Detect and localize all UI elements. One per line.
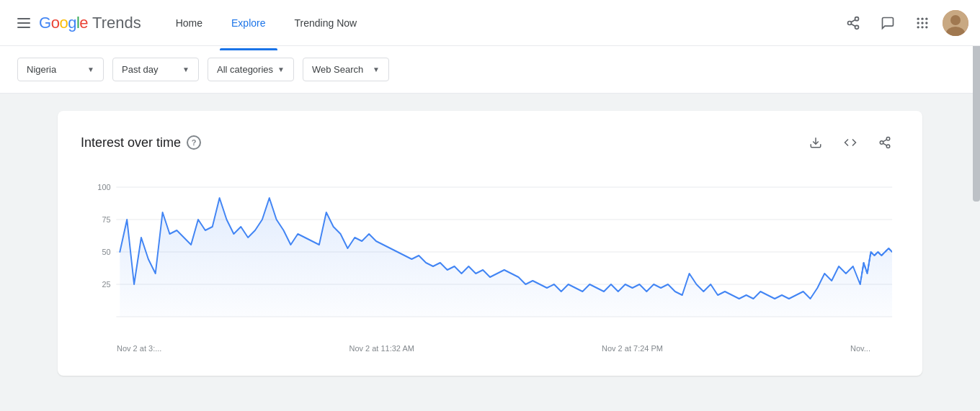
- svg-point-11: [917, 22, 919, 24]
- download-button[interactable]: [801, 128, 830, 157]
- hamburger-menu-button[interactable]: [12, 12, 36, 34]
- svg-line-24: [883, 143, 886, 145]
- time-filter[interactable]: Past day ▼: [112, 58, 199, 81]
- google-trends-logo[interactable]: Google Trends: [39, 14, 141, 32]
- svg-rect-0: [17, 18, 30, 19]
- svg-rect-2: [17, 27, 30, 28]
- nav-home[interactable]: Home: [164, 12, 214, 35]
- country-filter-label: Nigeria: [27, 64, 56, 75]
- time-filter-label: Past day: [122, 64, 159, 75]
- chart-container: 100 75 50 25: [81, 180, 899, 353]
- svg-text:50: 50: [102, 248, 110, 256]
- search-type-filter-arrow: ▼: [373, 66, 380, 73]
- x-label-2: Nov 2 at 11:32 AM: [349, 344, 414, 353]
- svg-point-14: [917, 26, 919, 28]
- logo-trends-text: Trends: [92, 14, 141, 32]
- main-content: Interest over time ?: [0, 94, 980, 411]
- search-type-filter[interactable]: Web Search ▼: [303, 58, 389, 81]
- chart-header: Interest over time ?: [81, 128, 899, 157]
- svg-rect-1: [17, 22, 30, 24]
- svg-point-3: [855, 17, 859, 20]
- svg-line-7: [851, 19, 855, 22]
- feedback-button[interactable]: [873, 9, 902, 37]
- interest-chart: 100 75 50 25: [81, 180, 899, 338]
- svg-point-10: [925, 17, 927, 19]
- main-nav: Home Explore Trending Now: [164, 12, 839, 35]
- chart-title-group: Interest over time ?: [81, 135, 201, 150]
- category-filter-label: All categories: [217, 64, 273, 75]
- x-label-4: Nov...: [850, 344, 870, 353]
- nav-explore[interactable]: Explore: [220, 12, 277, 35]
- svg-point-13: [925, 22, 927, 24]
- embed-button[interactable]: [836, 128, 865, 157]
- chart-actions: [801, 128, 899, 157]
- svg-line-6: [851, 24, 855, 26]
- user-avatar[interactable]: [943, 10, 968, 36]
- svg-point-21: [886, 137, 890, 141]
- x-label-1: Nov 2 at 3:...: [117, 344, 161, 353]
- header-actions: [839, 9, 968, 37]
- nav-trending-now[interactable]: Trending Now: [283, 12, 369, 35]
- scrollbar-track[interactable]: [973, 0, 980, 411]
- svg-text:75: 75: [102, 215, 110, 224]
- x-label-3: Nov 2 at 7:24 PM: [602, 344, 663, 353]
- svg-text:100: 100: [97, 183, 110, 191]
- search-type-filter-label: Web Search: [312, 64, 363, 75]
- chart-title: Interest over time: [81, 135, 181, 150]
- svg-point-16: [925, 26, 927, 28]
- svg-point-23: [886, 145, 890, 148]
- interest-over-time-card: Interest over time ?: [58, 111, 922, 376]
- help-icon[interactable]: ?: [187, 135, 201, 150]
- time-filter-arrow: ▼: [182, 66, 190, 73]
- svg-point-15: [921, 26, 923, 28]
- country-filter-arrow: ▼: [87, 66, 94, 73]
- svg-text:25: 25: [102, 280, 110, 289]
- chart-share-button[interactable]: [870, 128, 899, 157]
- category-filter-arrow: ▼: [277, 66, 285, 73]
- filter-bar: Nigeria ▼ Past day ▼ All categories ▼ We…: [0, 46, 980, 94]
- country-filter[interactable]: Nigeria ▼: [17, 58, 104, 81]
- svg-line-25: [883, 140, 886, 142]
- svg-point-8: [917, 17, 919, 19]
- svg-point-9: [921, 17, 923, 19]
- header: Google Trends Home Explore Trending Now: [0, 0, 980, 46]
- x-axis-labels: Nov 2 at 3:... Nov 2 at 11:32 AM Nov 2 a…: [81, 344, 899, 353]
- svg-point-5: [855, 25, 859, 29]
- svg-point-22: [880, 141, 883, 145]
- svg-point-4: [848, 21, 852, 24]
- category-filter[interactable]: All categories ▼: [208, 58, 294, 81]
- svg-point-12: [921, 22, 923, 24]
- svg-point-18: [950, 15, 961, 25]
- apps-button[interactable]: [908, 9, 937, 37]
- share-button[interactable]: [839, 9, 868, 37]
